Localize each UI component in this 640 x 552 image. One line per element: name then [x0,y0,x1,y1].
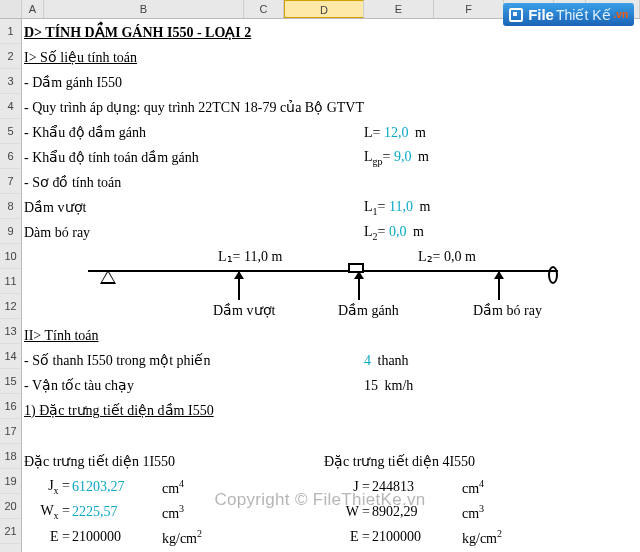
section-1-head: I> Số liệu tính toán [24,49,137,68]
row-header[interactable]: 12 [0,294,21,319]
arrow-up-icon [358,272,360,300]
beam-line [88,270,558,272]
param-symbol: L1= [364,199,385,214]
spec-symbol: E = [324,528,372,547]
subsection-head: 1) Đặc trưng tiết diện dầm I550 [24,402,214,421]
logo-text-vn: .vn [614,9,628,20]
row-header[interactable]: 21 [0,519,21,544]
text-line: - Dầm gánh I550 [24,74,122,93]
text-line: - Sơ đồ tính toán [24,174,121,193]
spec-value: 2100000 [372,528,462,547]
param-value: 15 [364,378,378,393]
logo-square-icon [509,8,523,22]
diagram-caption: Dầm bó ray [473,302,542,321]
param-label: Dầm vượt [24,199,86,218]
row-header[interactable]: 4 [0,94,21,119]
col-header[interactable]: E [364,0,434,18]
row-header[interactable]: 11 [0,269,21,294]
param-value: 0,0 [389,224,407,239]
row-header[interactable]: 6 [0,144,21,169]
param-symbol: L= [364,125,380,140]
param-value: 4 [364,353,371,368]
row-header[interactable]: 14 [0,344,21,369]
beam-diagram: L₁= 11,0 m L₂= 0,0 m Dầm vượt Dầm gánh D… [48,248,608,322]
param-label: - Vận tốc tàu chạy [24,377,134,396]
param-label: - Khẩu độ tính toán dầm gánh [24,149,199,168]
arrow-up-icon [498,272,500,300]
row-header[interactable]: 9 [0,219,21,244]
param-unit: m [419,199,430,214]
row-header[interactable]: 2 [0,44,21,69]
row-header[interactable]: 8 [0,194,21,219]
text-line: - Quy trình áp dụng: quy trình 22TCN 18-… [24,99,364,118]
logo-text-a: File [528,6,554,23]
row-header[interactable]: 13 [0,319,21,344]
row-header[interactable]: 18 [0,444,21,469]
sheet-content[interactable]: D> TÍNH DẦM GÁNH I550 - LOẠI 2 I> Số liệ… [22,19,638,552]
spec-value: 2100000 [72,528,162,547]
spec-symbol: E = [24,528,72,547]
row-header-column: 1 2 3 4 5 6 7 8 9 10 11 12 13 14 15 16 1… [0,19,22,552]
param-value: 9,0 [394,149,412,164]
diagram-caption: Dầm gánh [338,302,399,321]
row-header[interactable]: 17 [0,419,21,444]
param-unit: m [418,149,429,164]
col-header[interactable]: F [434,0,504,18]
section-2-head: II> Tính toán [24,327,99,346]
spec-unit: kg/cm2 [462,527,512,549]
row-header[interactable]: 10 [0,244,21,269]
row-header[interactable]: 16 [0,394,21,419]
row-header[interactable]: 7 [0,169,21,194]
col-header[interactable]: A [22,0,44,18]
param-label: - Khẩu độ dầm gánh [24,124,146,143]
param-unit: m [413,224,424,239]
diagram-caption: Dầm vượt [213,302,275,321]
col-header[interactable]: C [244,0,284,18]
diagram-label-l1: L₁= 11,0 m [218,248,282,267]
watermark-text: Copyright © FileThietKe.vn [0,490,640,510]
param-value: 11,0 [389,199,413,214]
diagram-label-l2: L₂= 0,0 m [418,248,476,267]
col-header-active[interactable]: D [284,0,364,18]
param-value: 12,0 [384,125,409,140]
col-header[interactable]: B [44,0,244,18]
pin-support-icon [100,270,116,284]
spec-head-left: Đặc trưng tiết diện 1I550 [24,453,175,472]
spec-head-right: Đặc trưng tiết diện 4I550 [324,453,475,472]
param-unit: thanh [378,353,409,368]
row-header[interactable]: 3 [0,69,21,94]
select-all-corner[interactable] [0,0,22,18]
spec-unit: kg/cm2 [162,527,212,549]
row-header[interactable]: 1 [0,19,21,44]
roller-support-icon [548,266,558,284]
logo-text-b: Thiết Kế [556,7,611,23]
arrow-up-icon [238,272,240,300]
doc-title: D> TÍNH DẦM GÁNH I550 - LOẠI 2 [24,24,251,43]
param-symbol: L2= [364,224,385,239]
param-symbol: Lgp= [364,149,390,164]
param-label: - Số thanh I550 trong một phiến [24,352,210,371]
row-header[interactable]: 5 [0,119,21,144]
param-label: Dàm bó ray [24,224,90,243]
row-header[interactable]: 15 [0,369,21,394]
param-unit: km/h [385,378,414,393]
site-logo: File Thiết Kế .vn [503,3,634,26]
param-unit: m [415,125,426,140]
